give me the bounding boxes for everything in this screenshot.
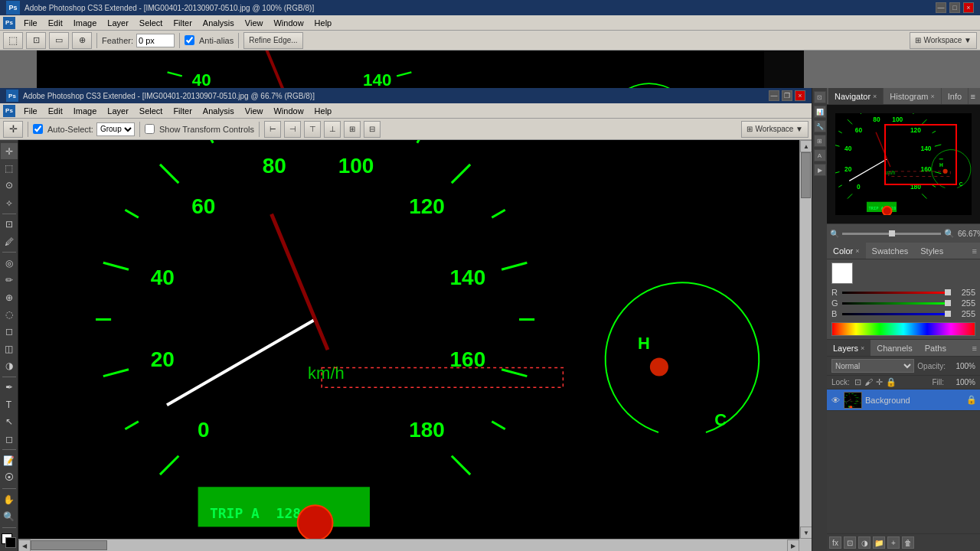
delete-layer-btn[interactable]: 🗑 <box>902 536 914 549</box>
clone-tool[interactable]: ⊕ <box>1 289 18 305</box>
menu-file-top[interactable]: File <box>18 15 43 30</box>
refine-edge-btn[interactable]: Refine Edge... <box>243 32 302 49</box>
foreground-color[interactable] <box>2 533 17 548</box>
pen-tool[interactable]: ✒ <box>1 380 18 396</box>
menu-analysis-top[interactable]: Analysis <box>198 15 240 30</box>
inner-menu-analysis[interactable]: Analysis <box>198 103 240 118</box>
crop-tool[interactable]: ⊡ <box>1 216 18 232</box>
panel-icon-misc[interactable]: A <box>814 149 826 161</box>
menu-edit-top[interactable]: Edit <box>43 15 68 30</box>
navigator-tab-close[interactable]: × <box>873 93 877 100</box>
lasso-tool[interactable]: ⊙ <box>1 178 18 194</box>
g-slider[interactable] <box>842 302 951 305</box>
tab-info[interactable]: Info <box>942 88 969 104</box>
shape-tool[interactable]: ◻ <box>1 431 18 447</box>
color-panel-menu[interactable]: ≡ <box>972 246 980 256</box>
heal-tool[interactable]: ◎ <box>1 255 18 271</box>
blend-mode-select[interactable]: Normal Multiply Screen <box>831 359 914 373</box>
panel-icon-adj[interactable]: ⊞ <box>814 135 826 147</box>
menu-help-top[interactable]: Help <box>309 15 338 30</box>
b-slider[interactable] <box>842 313 951 315</box>
menu-filter-top[interactable]: Filter <box>168 15 197 30</box>
inner-restore-btn[interactable]: ❐ <box>782 90 792 101</box>
zoom-slider[interactable] <box>842 233 941 235</box>
add-style-btn[interactable]: fx <box>829 536 841 549</box>
align-top-btn[interactable]: ⊥ <box>324 121 341 138</box>
tab-layers[interactable]: Layers × <box>827 340 871 356</box>
layer-background[interactable]: 👁 Background 🔒 <box>827 390 980 411</box>
eyedropper-tool[interactable]: 🖉 <box>1 233 18 249</box>
tab-color[interactable]: Color × <box>827 243 866 259</box>
tab-swatches[interactable]: Swatches <box>866 243 915 259</box>
r-slider[interactable] <box>842 292 951 294</box>
scrollbar-horizontal[interactable]: ◀ ▶ <box>18 539 799 551</box>
tab-histogram[interactable]: Histogram × <box>884 88 941 104</box>
workspace-btn-top[interactable]: ⊞ Workspace ▼ <box>910 32 977 49</box>
zoom-in-icon[interactable]: 🔍 <box>944 229 955 239</box>
tool-magic-btn[interactable]: ⊕ <box>72 32 92 49</box>
eraser-tool[interactable]: ◻ <box>1 324 18 340</box>
auto-select-checkbox[interactable] <box>33 124 43 134</box>
gradient-tool[interactable]: ◫ <box>1 341 18 357</box>
tab-paths[interactable]: Paths <box>919 340 952 356</box>
maximize-btn[interactable]: □ <box>949 2 960 13</box>
scroll-up-btn[interactable]: ▲ <box>800 140 812 152</box>
histogram-tab-close[interactable]: × <box>930 93 934 100</box>
layers-tab-close[interactable]: × <box>861 344 864 352</box>
color-tab-close[interactable]: × <box>855 247 859 255</box>
zoom-out-icon[interactable]: 🔍 <box>830 230 839 238</box>
selection-tool[interactable]: ⬚ <box>1 160 18 176</box>
main-canvas[interactable] <box>18 140 799 539</box>
dodge-tool[interactable]: ◑ <box>1 357 18 373</box>
tab-styles[interactable]: Styles <box>914 243 949 259</box>
inner-menu-edit[interactable]: Edit <box>43 103 68 118</box>
align-middle-btn[interactable]: ⊞ <box>344 121 361 138</box>
inner-menu-layer[interactable]: Layer <box>102 103 134 118</box>
history-brush-tool[interactable]: ◌ <box>1 306 18 322</box>
text-tool[interactable]: T <box>1 396 18 412</box>
nav-panel-menu[interactable]: ≡ <box>971 92 978 101</box>
magic-wand-tool[interactable]: ⟡ <box>1 194 18 210</box>
lock-all-icon[interactable]: 🔒 <box>886 377 897 387</box>
scroll-right-btn[interactable]: ▶ <box>787 540 799 551</box>
lock-image-icon[interactable]: 🖌 <box>864 377 873 387</box>
workspace-btn-inner[interactable]: ⊞ Workspace ▼ <box>741 121 808 138</box>
layers-panel-menu[interactable]: ≡ <box>972 344 980 353</box>
inner-menu-filter[interactable]: Filter <box>168 103 197 118</box>
add-mask-btn[interactable]: ⊡ <box>844 536 856 549</box>
menu-layer-top[interactable]: Layer <box>102 15 134 30</box>
scroll-left-btn[interactable]: ◀ <box>18 540 31 551</box>
inner-close-btn[interactable]: × <box>795 90 805 101</box>
brush-tool[interactable]: ✏ <box>1 272 18 289</box>
foreground-swatch[interactable] <box>831 262 853 284</box>
close-btn[interactable]: × <box>963 2 974 13</box>
add-layer-btn[interactable]: + <box>887 536 900 549</box>
minimize-btn[interactable]: — <box>936 2 946 13</box>
move-tool-btn[interactable]: ✛ <box>3 121 23 138</box>
menu-window-top[interactable]: Window <box>268 15 309 30</box>
add-group-btn[interactable]: 📁 <box>873 536 885 549</box>
inner-menu-help[interactable]: Help <box>309 103 338 118</box>
menu-view-top[interactable]: View <box>240 15 269 30</box>
tool-rect-btn[interactable]: ▭ <box>49 32 69 49</box>
notes-tool[interactable]: 📝 <box>1 452 18 468</box>
panel-icon-nav[interactable]: ⊡ <box>814 91 826 103</box>
move-tool[interactable]: ✛ <box>1 143 18 159</box>
eyedropper2-tool[interactable]: ⦿ <box>1 470 18 486</box>
hand-tool[interactable]: ✋ <box>1 491 18 507</box>
inner-menu-select[interactable]: Select <box>134 103 168 118</box>
path-select-tool[interactable]: ↖ <box>1 414 18 430</box>
inner-menu-window[interactable]: Window <box>268 103 309 118</box>
auto-select-dropdown[interactable]: Group Layer <box>96 122 135 136</box>
tool-select-btn[interactable]: ⬚ <box>3 32 23 49</box>
zoom-tool[interactable]: 🔍 <box>1 508 18 524</box>
color-spectrum[interactable] <box>831 322 975 336</box>
align-right-btn[interactable]: ⊤ <box>304 121 321 138</box>
tab-channels[interactable]: Channels <box>871 340 918 356</box>
show-transform-checkbox[interactable] <box>145 124 155 134</box>
scroll-down-btn[interactable]: ▼ <box>800 527 812 539</box>
scroll-thumb-h[interactable] <box>31 540 107 550</box>
inner-menu-image[interactable]: Image <box>68 103 103 118</box>
tab-navigator[interactable]: Navigator × <box>828 88 884 104</box>
panel-icon-tools[interactable]: 🔧 <box>814 120 826 132</box>
